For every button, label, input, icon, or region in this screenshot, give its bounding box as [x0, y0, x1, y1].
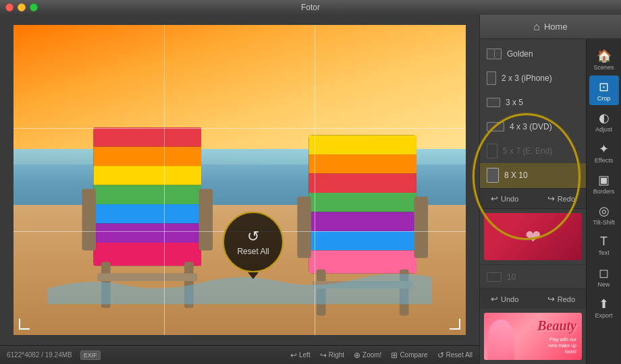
reset-all-button[interactable]: ↺ Reset All: [223, 212, 284, 272]
exif-badge[interactable]: EXIF: [80, 351, 101, 360]
reset-all-label: Reset All: [237, 247, 269, 256]
panel-body: Golden 2 x 3 (iPhone) 3 x 5 4 x 3 (DVD): [480, 39, 621, 364]
svg-rect-2: [94, 147, 201, 166]
crop-icon-golden: [487, 49, 502, 59]
traffic-lights: [5, 3, 38, 11]
tool-adjust[interactable]: ◐ Adjust: [589, 107, 619, 136]
app-title: Fotor: [301, 3, 320, 12]
heart-icon: ❤: [525, 226, 541, 248]
redo-button[interactable]: ↪ Redo: [543, 192, 579, 205]
crop-icon-tool: ⊡: [599, 80, 609, 94]
maximize-button[interactable]: [30, 3, 38, 11]
crop-label-golden: Golden: [507, 49, 533, 59]
canvas-area: ↺ Reset All 6122*4082 / 19.24MB EXIF ↩ L…: [0, 15, 479, 364]
tool-scenes[interactable]: 🏠 Scenes: [589, 44, 619, 74]
crop-label-2x3: 2 x 3 (iPhone): [502, 73, 552, 83]
svg-rect-6: [94, 224, 201, 243]
tooltip-arrow: [248, 272, 259, 279]
crop-item-8x10[interactable]: 8 X 10: [480, 163, 586, 187]
tool-borders[interactable]: ▣ Borders: [589, 169, 619, 198]
crop-list: Golden 2 x 3 (iPhone) 3 x 5 4 x 3 (DVD): [480, 39, 586, 188]
right-button[interactable]: ↪ Right: [320, 351, 344, 360]
crop-item-4x3[interactable]: 4 x 3 (DVD): [480, 115, 586, 139]
reset-all-bottom-icon: ↺: [437, 351, 444, 360]
undo-icon: ↩: [491, 193, 498, 204]
effects-icon: ✦: [599, 142, 609, 156]
title-bar: Fotor: [0, 0, 621, 15]
tool-crop[interactable]: ⊡ Crop: [589, 75, 619, 105]
beauty-thumbnail-wrapper: Beauty Play with ournew make uptools!: [480, 309, 586, 364]
crop-icon-5x7: [487, 144, 497, 158]
thumbnail-beauty[interactable]: Beauty Play with ournew make uptools!: [484, 313, 582, 360]
crop-label-8x10: 8 X 10: [504, 171, 528, 180]
tilt-shift-icon: ◎: [599, 204, 610, 218]
reset-all-bottom-button[interactable]: ↺ Reset All: [437, 351, 473, 360]
svg-rect-1: [94, 127, 201, 146]
svg-rect-19: [309, 231, 416, 250]
zoom-button[interactable]: ⊕ Zoom!: [354, 351, 381, 360]
redo-icon: ↪: [547, 193, 555, 204]
reset-icon: ↺: [247, 228, 259, 245]
crop-icon-4x3: [487, 122, 504, 131]
crop-item-5x7[interactable]: 5 x 7 (E, End): [480, 139, 586, 163]
export-icon: ⬆: [599, 297, 609, 311]
reset-tooltip: ↺ Reset All: [223, 212, 284, 279]
home-button[interactable]: ⌂ Home: [480, 15, 621, 39]
thumbnail-section: ❤: [480, 209, 586, 264]
tool-new[interactable]: ◻ New: [589, 262, 619, 291]
tool-text[interactable]: T Text: [589, 231, 619, 260]
new-icon: ◻: [599, 266, 609, 280]
svg-rect-5: [94, 204, 201, 223]
crop-item-golden[interactable]: Golden: [480, 42, 586, 66]
crop-item-2x3[interactable]: 2 x 3 (iPhone): [480, 66, 586, 90]
svg-rect-4: [94, 185, 201, 204]
right-panel: ⌂ Home Golden 2 x 3 (iPhone): [479, 15, 621, 364]
bottom-undo-button[interactable]: ↩ Undo: [487, 293, 522, 305]
undo-redo-row: ↩ Undo ↪ Redo: [480, 188, 586, 209]
crop-label-4x3: 4 x 3 (DVD): [510, 122, 552, 131]
svg-rect-25: [414, 197, 429, 258]
person-silhouette: [487, 320, 514, 360]
home-icon: ⌂: [533, 21, 540, 33]
svg-rect-12: [199, 189, 213, 250]
canvas-wrapper: ↺ Reset All: [0, 15, 479, 345]
bottom-redo-icon: ↪: [547, 294, 555, 304]
compare-button[interactable]: ⊞ Compare: [391, 351, 427, 360]
text-icon: T: [600, 235, 608, 249]
left-icon: ↩: [290, 351, 297, 360]
crop-icon-10: [487, 272, 502, 282]
svg-rect-7: [94, 243, 201, 266]
bottom-redo-button[interactable]: ↪ Redo: [543, 293, 579, 305]
minimize-button[interactable]: [18, 3, 26, 11]
crop-item-3x5[interactable]: 3 x 5: [480, 90, 586, 115]
image-info: 6122*4082 / 19.24MB: [7, 351, 72, 359]
status-actions: ↩ Left ↪ Right ⊕ Zoom! ⊞ Compare ↺ Res: [290, 351, 473, 360]
crop-icon-8x10: [487, 168, 499, 183]
crop-corner-br: [450, 319, 460, 330]
crop-item-10[interactable]: 10: [480, 264, 586, 289]
svg-rect-24: [297, 197, 311, 258]
bottom-undo-area: ↩ Undo ↪ Redo: [480, 289, 586, 309]
crop-label-3x5: 3 x 5: [506, 98, 523, 107]
crop-label-5x7: 5 x 7 (E, End): [503, 146, 552, 156]
svg-rect-3: [94, 166, 201, 185]
crop-label-10: 10: [507, 272, 516, 282]
svg-rect-10: [97, 274, 197, 281]
crop-icon-2x3: [487, 71, 496, 85]
borders-icon: ▣: [598, 173, 610, 187]
photo-canvas[interactable]: ↺ Reset All: [14, 25, 466, 335]
home-label: Home: [544, 22, 568, 32]
bottom-undo-icon: ↩: [491, 294, 498, 304]
undo-button[interactable]: ↩ Undo: [487, 192, 522, 205]
svg-rect-14: [309, 135, 416, 154]
close-button[interactable]: [5, 3, 14, 11]
beauty-title: Beauty: [537, 318, 576, 334]
tool-tilt-shift[interactable]: ◎ Tilt-Shift: [589, 200, 619, 229]
tool-effects[interactable]: ✦ Effects: [589, 138, 619, 167]
left-button[interactable]: ↩ Left: [290, 351, 310, 360]
svg-rect-17: [309, 193, 416, 212]
svg-rect-18: [309, 212, 416, 231]
tool-export[interactable]: ⬆ Export: [589, 293, 619, 322]
tool-sidebar: 🏠 Scenes ⊡ Crop ◐ Adjust ✦ Effects ▣: [586, 39, 621, 364]
thumbnail-hearts[interactable]: ❤: [484, 213, 582, 260]
